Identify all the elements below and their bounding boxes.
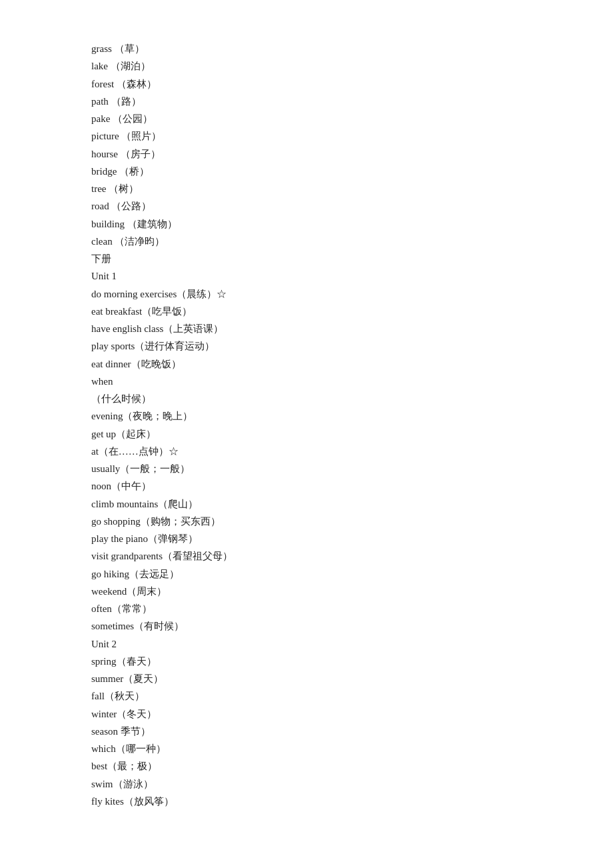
list-item: tree （树） (91, 180, 613, 197)
list-item: play sports（进行体育运动） (91, 337, 613, 355)
list-item: swim（游泳） (91, 775, 613, 793)
list-item: Unit 2 (91, 635, 613, 653)
list-item: go shopping（购物；买东西） (91, 513, 613, 530)
list-item: play the piano（弹钢琴） (91, 530, 613, 547)
list-item: climb mountains（爬山） (91, 495, 613, 513)
list-item: summer（夏天） (91, 670, 613, 687)
list-item: pake （公园） (91, 110, 613, 127)
list-item: fall（秋天） (91, 687, 613, 705)
list-item: bridge （桥） (91, 163, 613, 180)
list-item: which（哪一种） (91, 740, 613, 757)
list-item: go hiking（去远足） (91, 565, 613, 583)
list-item: building （建筑物） (91, 215, 613, 233)
list-item: forest （森林） (91, 75, 613, 93)
list-item: often（常常） (91, 600, 613, 617)
list-item: sometimes（有时候） (91, 617, 613, 635)
list-item: （什么时候） (91, 390, 613, 407)
list-item: season 季节） (91, 723, 613, 740)
list-item: evening（夜晚；晚上） (91, 407, 613, 425)
list-item: eat dinner（吃晚饭） (91, 355, 613, 373)
list-item: lake （湖泊） (91, 57, 613, 75)
list-item: picture （照片） (91, 127, 613, 145)
list-item: spring（春天） (91, 653, 613, 670)
list-item: at（在……点钟）☆ (91, 443, 613, 460)
list-item: eat breakfast（吃早饭） (91, 303, 613, 320)
list-item: clean （洁净昀） (91, 233, 613, 250)
list-item: weekend（周末） (91, 583, 613, 600)
list-item: best（最；极） (91, 757, 613, 775)
list-item: 下册 (91, 250, 613, 267)
list-item: get up（起床） (91, 425, 613, 443)
content-container: grass （草）lake （湖泊）forest （森林）path （路）pak… (91, 40, 613, 810)
list-item: do morning exercises（晨练）☆ (91, 285, 613, 303)
list-item: have english class（上英语课） (91, 320, 613, 337)
list-item: grass （草） (91, 40, 613, 57)
list-item: usually（一般；一般） (91, 460, 613, 477)
list-item: Unit 1 (91, 267, 613, 285)
list-item: path （路） (91, 93, 613, 110)
list-item: hourse （房子） (91, 145, 613, 163)
list-item: road （公路） (91, 197, 613, 215)
list-item: when (91, 373, 613, 390)
list-item: fly kites（放风筝） (91, 793, 613, 810)
list-item: noon（中午） (91, 477, 613, 495)
list-item: winter（冬天） (91, 705, 613, 723)
list-item: visit grandparents（看望祖父母） (91, 547, 613, 565)
